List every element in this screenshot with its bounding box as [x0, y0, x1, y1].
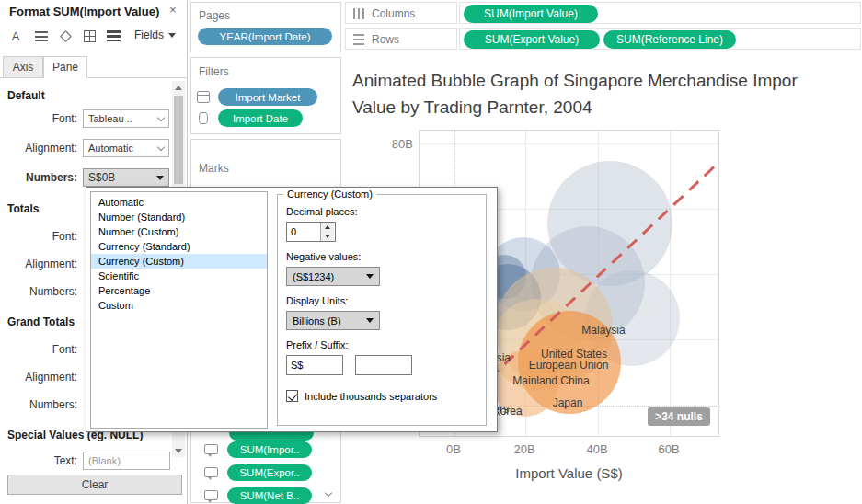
- tab-pane[interactable]: Pane: [43, 56, 87, 78]
- list-item-number-standard[interactable]: Number (Standard): [91, 210, 267, 224]
- numbers-select[interactable]: S$0B: [83, 168, 169, 187]
- pill-sum-export[interactable]: SUM(Expor..: [227, 464, 312, 481]
- currency-custom-groupbox: Currency (Custom) Decimal places: Negati…: [277, 194, 487, 426]
- tab-axis[interactable]: Axis: [3, 56, 43, 78]
- numbers-value: S$0B: [88, 171, 115, 184]
- pill-sum-import[interactable]: SUM(Impor..: [227, 441, 312, 458]
- pill-year-import-date[interactable]: YEAR(Import Date): [198, 28, 332, 45]
- font-icon[interactable]: A: [7, 29, 24, 43]
- display-units-select[interactable]: Billions (B): [286, 311, 380, 330]
- x-axis-tick-20b: 20B: [513, 442, 534, 456]
- mark-label-malaysia[interactable]: Malaysia: [581, 324, 625, 337]
- suffix-input[interactable]: [355, 355, 412, 375]
- grand-totals-numbers-label: Numbers:: [4, 398, 77, 411]
- mark-label-european-union[interactable]: European Union: [529, 359, 609, 372]
- scroll-up-icon[interactable]: [172, 81, 185, 94]
- x-axis-tick-60b: 60B: [658, 442, 679, 456]
- tooltip-icon: [204, 444, 218, 454]
- mark-label-japan[interactable]: Japan: [553, 396, 583, 409]
- spin-down-icon[interactable]: [321, 232, 334, 241]
- columns-shelf-label-box: Columns: [345, 2, 457, 24]
- gridline-y-80: [420, 143, 718, 144]
- pages-card: Pages YEAR(Import Date): [190, 2, 341, 52]
- pill-sum-import-value[interactable]: SUM(Import Value): [464, 5, 598, 23]
- shading-icon[interactable]: [57, 29, 74, 43]
- list-item-currency-custom[interactable]: Currency (Custom): [91, 254, 267, 269]
- section-default-heading: Default: [7, 89, 45, 102]
- list-item-percentage[interactable]: Percentage: [91, 283, 267, 298]
- x-axis-tick-40b: 40B: [586, 442, 607, 456]
- negative-values-value: (S$1234): [293, 271, 334, 282]
- pill-sum-reference-line[interactable]: SUM(Reference Line): [603, 30, 736, 49]
- list-item-automatic[interactable]: Automatic: [91, 195, 267, 210]
- date-field-icon: [199, 112, 208, 124]
- caret-down-icon: [366, 318, 374, 323]
- rows-shelf-label-box: Rows: [345, 28, 457, 50]
- alignment-label: Alignment:: [4, 142, 77, 155]
- alignment-icon[interactable]: [33, 29, 50, 43]
- list-item-scientific[interactable]: Scientific: [91, 269, 267, 283]
- scrollbar-thumb[interactable]: [174, 96, 183, 184]
- totals-numbers-label: Numbers:: [4, 285, 77, 298]
- mark-label-mainland-china[interactable]: Mainland China: [512, 374, 589, 387]
- clear-button[interactable]: Clear: [7, 475, 182, 495]
- decimal-places-stepper[interactable]: [286, 222, 336, 242]
- caret-down-icon: [366, 274, 374, 279]
- triangle-up: [175, 86, 182, 90]
- pill-import-market[interactable]: Import Market: [218, 88, 317, 106]
- chevron-down-icon[interactable]: [325, 489, 332, 497]
- list-item-currency-standard[interactable]: Currency (Standard): [91, 239, 267, 254]
- format-panel-title: Format SUM(Import Value): [9, 5, 159, 18]
- tableau-window: Format SUM(Import Value) × A Fields Axis…: [0, 0, 862, 504]
- marks-title: Marks: [199, 162, 229, 175]
- lines-icon-glyph: [107, 30, 121, 41]
- x-axis-title[interactable]: Import Value (S$): [419, 465, 719, 481]
- lines-icon[interactable]: [105, 29, 121, 43]
- special-text-label: Text:: [4, 454, 77, 467]
- special-text-input[interactable]: [83, 452, 170, 470]
- filter-field-icon: [197, 91, 210, 103]
- pill-import-date[interactable]: Import Date: [218, 109, 303, 127]
- font-label: Font:: [4, 112, 77, 125]
- gridline-x-60: [670, 131, 671, 436]
- thousands-separator-label: Include thousands separators: [305, 391, 437, 402]
- fields-dropdown[interactable]: Fields: [134, 29, 182, 41]
- triangle-down: [175, 449, 182, 453]
- section-totals-heading: Totals: [7, 202, 39, 215]
- alignment-select[interactable]: Automatic: [83, 139, 169, 157]
- checkbox-checked-icon[interactable]: [286, 390, 298, 402]
- font-select[interactable]: Tableau ..: [83, 109, 169, 128]
- numbers-format-popup: Automatic Number (Standard) Number (Cust…: [86, 187, 498, 432]
- shading-icon-glyph: [60, 30, 72, 42]
- numbers-label: Numbers:: [4, 171, 77, 184]
- borders-icon[interactable]: [81, 29, 98, 43]
- negative-values-select[interactable]: (S$1234): [286, 267, 380, 286]
- negative-values-label: Negative values:: [286, 251, 477, 262]
- spin-up-icon[interactable]: [321, 223, 334, 232]
- rows-shelf[interactable]: SUM(Export Value) SUM(Reference Line): [459, 28, 861, 50]
- pill-sum-export-value[interactable]: SUM(Export Value): [464, 30, 600, 49]
- scroll-down-icon[interactable]: [172, 444, 185, 457]
- totals-alignment-label: Alignment:: [4, 258, 77, 270]
- thousands-separator-option[interactable]: Include thousands separators: [286, 390, 477, 402]
- prefix-suffix-label: Prefix / Suffix:: [286, 339, 477, 350]
- rows-shelf-label: Rows: [372, 33, 399, 46]
- pill-sum-net[interactable]: SUM(Net B..: [227, 487, 312, 504]
- chart-title-line2: Value by Trading Parnter, 2004: [352, 97, 592, 118]
- list-item-number-custom[interactable]: Number (Custom): [91, 224, 267, 239]
- columns-shelf-label: Columns: [372, 7, 415, 20]
- chevron-down-icon: [157, 143, 165, 150]
- decimal-places-label: Decimal places:: [286, 206, 477, 217]
- alignment-value: Automatic: [88, 143, 133, 154]
- nulls-indicator-badge[interactable]: >34 nulls: [648, 407, 710, 426]
- filters-title: Filters: [199, 65, 229, 78]
- decimal-places-input[interactable]: [287, 223, 320, 241]
- prefix-input[interactable]: [286, 355, 343, 375]
- columns-shelf[interactable]: SUM(Import Value): [459, 2, 861, 24]
- close-icon[interactable]: ×: [169, 3, 177, 17]
- x-axis-tick-0b: 0B: [446, 442, 461, 456]
- list-item-custom[interactable]: Custom: [91, 298, 267, 313]
- pages-title: Pages: [199, 9, 230, 22]
- y-axis-tick-80b: 80B: [384, 137, 413, 151]
- totals-font-label: Font:: [4, 230, 77, 243]
